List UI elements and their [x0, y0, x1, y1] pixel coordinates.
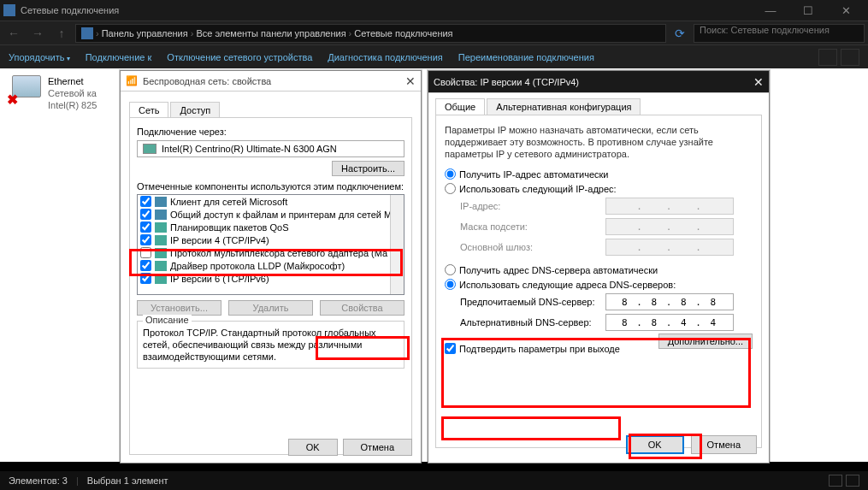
list-item: IP версии 6 (TCP/IPv6)	[138, 272, 404, 285]
dialog-ipv4-properties: Свойства: IP версии 4 (TCP/IPv4) ✕ Общие…	[428, 70, 770, 463]
info-text: Параметры IP можно назначать автоматичес…	[445, 124, 753, 160]
breadcrumb-item[interactable]: Все элементы панели управления	[196, 28, 345, 38]
help-icon[interactable]	[841, 49, 859, 66]
wifi-icon: 📶	[126, 75, 138, 87]
radio-dns-auto[interactable]	[445, 264, 456, 275]
search-input[interactable]: Поиск: Сетевые подключения	[694, 24, 865, 43]
component-checkbox[interactable]	[140, 209, 151, 220]
remove-button[interactable]: Удалить	[228, 300, 313, 316]
window-title: Сетевые подключения	[21, 5, 119, 15]
scrollbar[interactable]	[390, 195, 404, 294]
nav-back[interactable]: ←	[3, 24, 24, 43]
window-controls: — ☐ ✕	[752, 4, 865, 17]
toolbar-action[interactable]: Диагностика подключения	[328, 52, 442, 62]
pref-dns-input[interactable]: 8 . 8 . 8 . 8	[605, 293, 734, 310]
view-icon-large[interactable]	[846, 475, 859, 487]
refresh-button[interactable]: ⟳	[670, 24, 690, 43]
gateway-input: . . .	[605, 239, 734, 256]
minimize-button[interactable]: —	[752, 4, 789, 17]
maximize-button[interactable]: ☐	[789, 4, 827, 17]
alt-dns-input[interactable]: 8 . 8 . 4 . 4	[605, 314, 734, 331]
address-bar: ← → ↑ › Панель управления › Все элементы…	[0, 21, 868, 44]
list-item: Протокол мультиплексора сетевого адаптер…	[138, 246, 404, 259]
breadcrumb[interactable]: › Панель управления › Все элементы панел…	[75, 24, 666, 43]
radio-dns-manual[interactable]	[445, 279, 456, 290]
toolbar: Упорядочить Подключение к Отключение сет…	[0, 44, 868, 68]
advanced-button[interactable]: Дополнительно...	[658, 334, 753, 349]
description-label: Описание	[143, 315, 192, 325]
radio-ip-auto[interactable]	[445, 168, 456, 180]
adapter-status: Сетевой ка	[48, 87, 97, 99]
validate-checkbox[interactable]	[445, 343, 456, 354]
list-item: Клиент для сетей Microsoft	[138, 195, 404, 208]
cancel-button[interactable]: Отмена	[343, 439, 412, 456]
status-elements: Элементов: 3	[9, 475, 68, 486]
alt-dns-label: Альтернативный DNS-сервер:	[460, 317, 605, 328]
dialog-title: Свойства: IP версии 4 (TCP/IPv4)	[434, 77, 579, 87]
adapter-device: Intel(R) 825	[48, 99, 97, 111]
cancel-button[interactable]: Отмена	[691, 435, 757, 454]
close-icon[interactable]: ✕	[753, 75, 764, 89]
component-checkbox[interactable]	[140, 260, 151, 271]
component-checkbox[interactable]	[140, 221, 151, 233]
toolbar-action[interactable]: Переименование подключения	[458, 52, 594, 62]
status-selected: Выбран 1 элемент	[87, 475, 168, 486]
toolbar-action[interactable]: Подключение к	[86, 52, 152, 62]
protocol-icon	[155, 235, 167, 245]
close-button[interactable]: ✕	[827, 4, 865, 17]
radio-ip-manual[interactable]	[445, 183, 456, 194]
view-icon-details[interactable]	[829, 475, 842, 487]
share-icon	[155, 210, 167, 220]
description-text: Протокол TCP/IP. Стандартный протокол гл…	[143, 327, 399, 363]
components-label: Отмеченные компоненты используются этим …	[137, 181, 404, 192]
view-options-icon[interactable]	[818, 49, 837, 66]
status-bar: Элементов: 3 | Выбран 1 элемент	[0, 471, 868, 490]
protocol-icon	[155, 274, 167, 284]
adapter-name: Ethernet	[48, 75, 97, 87]
control-panel-icon	[81, 27, 93, 39]
main-titlebar: Сетевые подключения — ☐ ✕	[0, 0, 868, 21]
component-checkbox[interactable]	[140, 234, 151, 245]
list-item-ipv4: IP версии 4 (TCP/IPv4)	[138, 233, 404, 246]
component-checkbox[interactable]	[140, 247, 151, 258]
component-checkbox[interactable]	[140, 196, 151, 207]
components-list[interactable]: Клиент для сетей Microsoft Общий доступ …	[137, 194, 404, 295]
tab-alt-config[interactable]: Альтернативная конфигурация	[487, 98, 641, 115]
adapter-name-text: Intel(R) Centrino(R) Ultimate-N 6300 AGN	[162, 144, 337, 154]
nav-up[interactable]: ↑	[51, 24, 72, 43]
organize-menu[interactable]: Упорядочить	[9, 52, 70, 62]
dialog-wireless-properties: 📶 Беспроводная сеть: свойства ✕ Сеть Дос…	[120, 70, 422, 463]
list-item: Драйвер протокола LLDP (Майкрософт)	[138, 259, 404, 272]
subnet-mask-input: . . .	[605, 218, 734, 235]
breadcrumb-item[interactable]: Сетевые подключения	[354, 28, 452, 38]
ip-address-input: . . .	[605, 198, 734, 215]
connection-via-label: Подключение через:	[137, 127, 404, 137]
ip-address-label: IP-адрес:	[460, 201, 605, 211]
description-box: Описание Протокол TCP/IP. Стандартный пр…	[137, 321, 404, 369]
adapter-selector: Intel(R) Centrino(R) Ultimate-N 6300 AGN	[137, 140, 404, 157]
protocol-icon	[155, 261, 167, 271]
gateway-label: Основной шлюз:	[460, 242, 605, 252]
breadcrumb-item[interactable]: Панель управления	[102, 28, 188, 38]
protocol-icon	[155, 222, 167, 233]
subnet-mask-label: Маска подсети:	[460, 221, 605, 232]
configure-button[interactable]: Настроить...	[332, 161, 404, 176]
list-item: Общий доступ к файлам и принтерам для се…	[138, 208, 404, 221]
ok-button[interactable]: OK	[288, 439, 338, 456]
ok-button[interactable]: OK	[626, 435, 684, 454]
network-card-icon	[143, 144, 156, 154]
window-icon	[3, 4, 15, 16]
disconnected-icon: ✖	[7, 92, 18, 108]
tab-access[interactable]: Доступ	[170, 102, 220, 118]
client-icon	[155, 197, 167, 207]
install-button[interactable]: Установить...	[137, 300, 221, 316]
close-icon[interactable]: ✕	[405, 74, 416, 88]
tab-network[interactable]: Сеть	[129, 102, 168, 118]
toolbar-action[interactable]: Отключение сетевого устройства	[167, 52, 312, 62]
nav-forward[interactable]: →	[27, 24, 48, 43]
highlight-validate-checkbox	[441, 416, 621, 440]
tab-general[interactable]: Общие	[435, 98, 485, 115]
properties-button[interactable]: Свойства	[320, 300, 404, 316]
component-checkbox[interactable]	[140, 273, 151, 284]
protocol-icon	[155, 248, 167, 258]
